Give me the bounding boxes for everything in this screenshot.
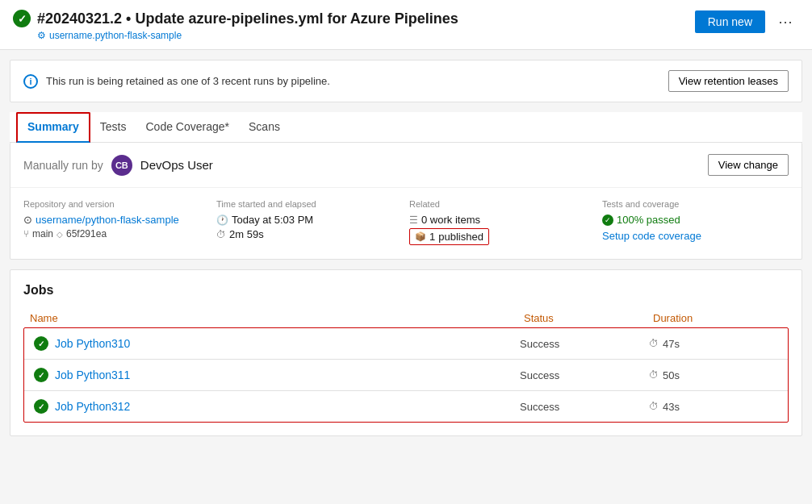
- artifact-icon: 📦: [415, 231, 426, 242]
- time-label: Time started and elapsed: [216, 199, 403, 209]
- elapsed-time: 2m 59s: [229, 228, 264, 240]
- table-row: Job Python310 Success ⏱ 47s: [24, 328, 788, 360]
- meta-time: Time started and elapsed 🕐 Today at 5:03…: [216, 199, 403, 248]
- job-duration-value: 50s: [663, 369, 680, 381]
- repo-name[interactable]: username/python-flask-sample: [36, 214, 179, 226]
- work-items-row: ☰ 0 work items: [409, 214, 596, 226]
- user-avatar: CB: [111, 155, 132, 176]
- view-retention-leases-button[interactable]: View retention leases: [668, 70, 789, 92]
- job-duration-value: 43s: [663, 401, 680, 413]
- published-label: published: [438, 231, 483, 243]
- job-name-python312[interactable]: Job Python312: [34, 399, 520, 414]
- tests-label: Tests and coverage: [602, 199, 789, 209]
- work-items-icon: ☰: [409, 215, 418, 226]
- repo-icon: ⊙: [23, 214, 32, 226]
- build-number: #20240321.2: [37, 10, 122, 27]
- run-header: Manually run by CB DevOps User View chan…: [10, 143, 802, 188]
- commit-hash: 65f291ea: [66, 228, 107, 240]
- tab-scans-label: Scans: [249, 120, 280, 133]
- job-duration-value: 47s: [663, 338, 680, 350]
- meta-repo: Repository and version ⊙ username/python…: [23, 199, 210, 248]
- tests-pass-icon: ✓: [602, 215, 613, 226]
- run-header-left: Manually run by CB DevOps User: [23, 155, 213, 176]
- tab-coverage-label: Code Coverage*: [146, 120, 230, 133]
- job-name-python310[interactable]: Job Python310: [34, 336, 520, 351]
- header: #20240321.2 • Update azure-pipelines.yml…: [0, 0, 812, 50]
- job-success-icon: [34, 399, 48, 414]
- branch-label: main: [32, 228, 53, 240]
- page-container: #20240321.2 • Update azure-pipelines.yml…: [0, 0, 812, 504]
- clock-icon: ⏱: [649, 401, 659, 412]
- branch-name: main: [32, 228, 53, 240]
- commit-value: 65f291ea: [66, 228, 107, 240]
- setup-coverage-link[interactable]: Setup code coverage: [602, 230, 701, 242]
- manually-run-label: Manually run by: [23, 159, 103, 172]
- retention-message: This run is being retained as one of 3 r…: [46, 75, 330, 87]
- tab-tests[interactable]: Tests: [90, 112, 136, 143]
- tests-passed-row: ✓ 100% passed: [602, 214, 789, 226]
- title-separator: •: [122, 10, 135, 27]
- jobs-table-header: Name Status Duration: [23, 309, 789, 327]
- tab-summary-label: Summary: [27, 120, 79, 133]
- jobs-list: Job Python310 Success ⏱ 47s Job Python31…: [23, 327, 789, 423]
- published-badge[interactable]: 📦 1 published: [409, 228, 489, 245]
- time-started-row: 🕐 Today at 5:03 PM: [216, 214, 403, 226]
- col-name: Name: [30, 312, 524, 324]
- job-duration-python311: ⏱ 50s: [649, 369, 778, 381]
- meta-tests: Tests and coverage ✓ 100% passed Setup c…: [602, 199, 789, 248]
- more-options-button[interactable]: ⋯: [772, 10, 799, 34]
- pipeline-link-text: username.python-flask-sample: [49, 30, 182, 41]
- job-success-icon: [34, 368, 48, 382]
- diamond-icon: ◇: [57, 230, 63, 239]
- tab-summary[interactable]: Summary: [16, 112, 90, 143]
- tabs-bar: Summary Tests Code Coverage* Scans: [10, 112, 802, 143]
- job-name-python311[interactable]: Job Python311: [34, 368, 520, 382]
- job-name-label: Job Python311: [55, 369, 130, 381]
- setup-coverage-row[interactable]: Setup code coverage: [602, 229, 789, 242]
- col-duration: Duration: [653, 312, 782, 324]
- job-status-python312: Success: [520, 401, 649, 413]
- pipeline-title: Update azure-pipelines.yml for Azure Pip…: [135, 10, 458, 27]
- elapsed-row: ⏱ 2m 59s: [216, 228, 403, 240]
- retention-banner: i This run is being retained as one of 3…: [10, 60, 802, 102]
- time-started: Today at 5:03 PM: [232, 214, 313, 226]
- view-change-button[interactable]: View change: [708, 154, 789, 176]
- tab-tests-label: Tests: [100, 120, 127, 133]
- job-duration-python312: ⏱ 43s: [649, 401, 778, 413]
- related-label: Related: [409, 199, 596, 209]
- jobs-title: Jobs: [23, 283, 789, 298]
- published-row[interactable]: 📦 1 published: [409, 228, 596, 245]
- table-row: Job Python312 Success ⏱ 43s: [24, 391, 788, 422]
- tab-coverage[interactable]: Code Coverage*: [136, 112, 240, 143]
- table-row: Job Python311 Success ⏱ 50s: [24, 360, 788, 391]
- elapsed-icon: ⏱: [216, 229, 226, 240]
- page-title: #20240321.2 • Update azure-pipelines.yml…: [37, 10, 458, 27]
- branch-icon: ⑂: [23, 228, 29, 240]
- meta-related: Related ☰ 0 work items 📦 1 published: [409, 199, 596, 248]
- job-status-python311: Success: [520, 369, 649, 381]
- job-status-python310: Success: [520, 338, 649, 350]
- user-name: DevOps User: [140, 158, 213, 172]
- run-new-button[interactable]: Run new: [695, 10, 765, 33]
- success-status-icon: [13, 10, 31, 27]
- job-name-label: Job Python312: [55, 400, 130, 413]
- published-count: 1: [429, 231, 435, 243]
- branch-commit-row: ⑂ main ◇ 65f291ea: [23, 228, 210, 240]
- tests-passed-value: 100% passed: [617, 214, 680, 226]
- meta-grid: Repository and version ⊙ username/python…: [10, 188, 802, 259]
- clock-start-icon: 🕐: [216, 215, 228, 226]
- clock-icon: ⏱: [649, 369, 659, 381]
- job-duration-python310: ⏱ 47s: [649, 338, 778, 350]
- repo-label: Repository and version: [23, 199, 210, 209]
- pipeline-icon: ⚙: [37, 30, 46, 41]
- retention-left: i This run is being retained as one of 3…: [23, 74, 330, 89]
- pipeline-subtitle[interactable]: ⚙ username.python-flask-sample: [37, 30, 458, 41]
- info-icon: i: [23, 74, 38, 89]
- repo-name-row: ⊙ username/python-flask-sample: [23, 214, 210, 226]
- work-items-count: 0 work items: [421, 214, 480, 226]
- jobs-section: Jobs Name Status Duration Job Python310 …: [10, 269, 802, 436]
- tab-scans[interactable]: Scans: [239, 112, 290, 143]
- job-name-label: Job Python310: [55, 337, 130, 350]
- col-status: Status: [524, 312, 653, 324]
- job-success-icon: [34, 336, 48, 351]
